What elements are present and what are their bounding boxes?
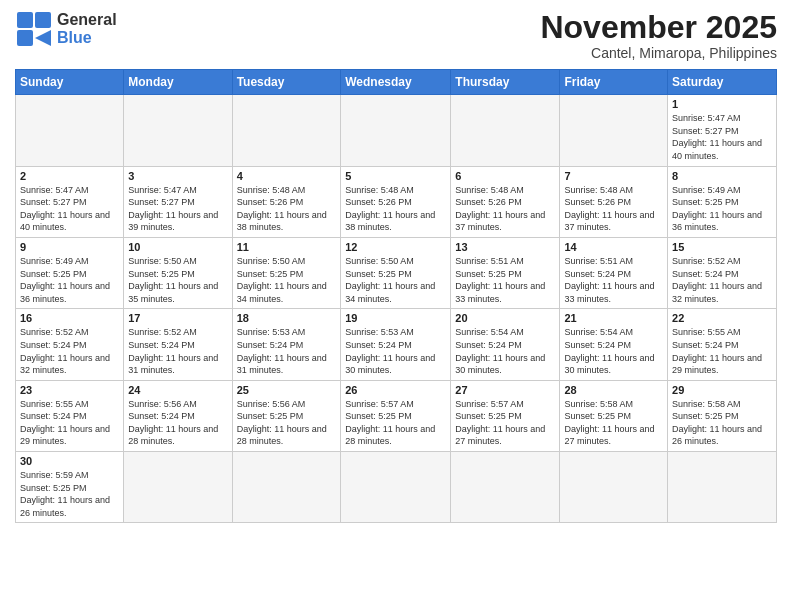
cell-content: Sunrise: 5:50 AMSunset: 5:25 PMDaylight:… <box>128 255 227 305</box>
svg-marker-3 <box>35 30 51 46</box>
cell-content: Sunrise: 5:55 AMSunset: 5:24 PMDaylight:… <box>20 398 119 448</box>
day-number: 19 <box>345 312 446 324</box>
weekday-header-monday: Monday <box>124 70 232 95</box>
weekday-header-saturday: Saturday <box>668 70 777 95</box>
day-number: 1 <box>672 98 772 110</box>
calendar-cell-1: 1Sunrise: 5:47 AMSunset: 5:27 PMDaylight… <box>668 95 777 166</box>
week-row-2: 9Sunrise: 5:49 AMSunset: 5:25 PMDaylight… <box>16 237 777 308</box>
day-number: 5 <box>345 170 446 182</box>
weekday-header-tuesday: Tuesday <box>232 70 341 95</box>
cell-content: Sunrise: 5:48 AMSunset: 5:26 PMDaylight:… <box>345 184 446 234</box>
week-row-0: 1Sunrise: 5:47 AMSunset: 5:27 PMDaylight… <box>16 95 777 166</box>
month-title: November 2025 <box>540 10 777 45</box>
calendar-cell-empty <box>124 452 232 523</box>
day-number: 21 <box>564 312 663 324</box>
cell-content: Sunrise: 5:58 AMSunset: 5:25 PMDaylight:… <box>672 398 772 448</box>
cell-content: Sunrise: 5:48 AMSunset: 5:26 PMDaylight:… <box>237 184 337 234</box>
cell-content: Sunrise: 5:58 AMSunset: 5:25 PMDaylight:… <box>564 398 663 448</box>
calendar-cell-21: 21Sunrise: 5:54 AMSunset: 5:24 PMDayligh… <box>560 309 668 380</box>
day-number: 10 <box>128 241 227 253</box>
calendar-cell-empty <box>232 95 341 166</box>
cell-content: Sunrise: 5:59 AMSunset: 5:25 PMDaylight:… <box>20 469 119 519</box>
day-number: 29 <box>672 384 772 396</box>
day-number: 15 <box>672 241 772 253</box>
cell-content: Sunrise: 5:57 AMSunset: 5:25 PMDaylight:… <box>455 398 555 448</box>
calendar-cell-27: 27Sunrise: 5:57 AMSunset: 5:25 PMDayligh… <box>451 380 560 451</box>
calendar-cell-empty <box>451 452 560 523</box>
location: Cantel, Mimaropa, Philippines <box>540 45 777 61</box>
calendar-cell-10: 10Sunrise: 5:50 AMSunset: 5:25 PMDayligh… <box>124 237 232 308</box>
cell-content: Sunrise: 5:52 AMSunset: 5:24 PMDaylight:… <box>128 326 227 376</box>
weekday-header-row: SundayMondayTuesdayWednesdayThursdayFrid… <box>16 70 777 95</box>
cell-content: Sunrise: 5:55 AMSunset: 5:24 PMDaylight:… <box>672 326 772 376</box>
day-number: 17 <box>128 312 227 324</box>
calendar-cell-25: 25Sunrise: 5:56 AMSunset: 5:25 PMDayligh… <box>232 380 341 451</box>
cell-content: Sunrise: 5:56 AMSunset: 5:25 PMDaylight:… <box>237 398 337 448</box>
calendar-cell-empty <box>668 452 777 523</box>
week-row-1: 2Sunrise: 5:47 AMSunset: 5:27 PMDaylight… <box>16 166 777 237</box>
cell-content: Sunrise: 5:47 AMSunset: 5:27 PMDaylight:… <box>20 184 119 234</box>
day-number: 28 <box>564 384 663 396</box>
calendar-cell-empty <box>451 95 560 166</box>
calendar-cell-11: 11Sunrise: 5:50 AMSunset: 5:25 PMDayligh… <box>232 237 341 308</box>
cell-content: Sunrise: 5:50 AMSunset: 5:25 PMDaylight:… <box>345 255 446 305</box>
calendar-cell-12: 12Sunrise: 5:50 AMSunset: 5:25 PMDayligh… <box>341 237 451 308</box>
day-number: 24 <box>128 384 227 396</box>
calendar-cell-17: 17Sunrise: 5:52 AMSunset: 5:24 PMDayligh… <box>124 309 232 380</box>
day-number: 11 <box>237 241 337 253</box>
page-container: General Blue November 2025 Cantel, Mimar… <box>0 0 792 533</box>
cell-content: Sunrise: 5:53 AMSunset: 5:24 PMDaylight:… <box>345 326 446 376</box>
calendar-cell-empty <box>341 452 451 523</box>
calendar-cell-22: 22Sunrise: 5:55 AMSunset: 5:24 PMDayligh… <box>668 309 777 380</box>
day-number: 26 <box>345 384 446 396</box>
cell-content: Sunrise: 5:56 AMSunset: 5:24 PMDaylight:… <box>128 398 227 448</box>
calendar-cell-6: 6Sunrise: 5:48 AMSunset: 5:26 PMDaylight… <box>451 166 560 237</box>
svg-rect-2 <box>17 30 33 46</box>
cell-content: Sunrise: 5:52 AMSunset: 5:24 PMDaylight:… <box>20 326 119 376</box>
day-number: 25 <box>237 384 337 396</box>
day-number: 16 <box>20 312 119 324</box>
weekday-header-friday: Friday <box>560 70 668 95</box>
day-number: 23 <box>20 384 119 396</box>
day-number: 13 <box>455 241 555 253</box>
week-row-3: 16Sunrise: 5:52 AMSunset: 5:24 PMDayligh… <box>16 309 777 380</box>
cell-content: Sunrise: 5:54 AMSunset: 5:24 PMDaylight:… <box>564 326 663 376</box>
calendar-cell-9: 9Sunrise: 5:49 AMSunset: 5:25 PMDaylight… <box>16 237 124 308</box>
calendar-cell-14: 14Sunrise: 5:51 AMSunset: 5:24 PMDayligh… <box>560 237 668 308</box>
calendar-cell-19: 19Sunrise: 5:53 AMSunset: 5:24 PMDayligh… <box>341 309 451 380</box>
weekday-header-sunday: Sunday <box>16 70 124 95</box>
day-number: 12 <box>345 241 446 253</box>
calendar-cell-26: 26Sunrise: 5:57 AMSunset: 5:25 PMDayligh… <box>341 380 451 451</box>
cell-content: Sunrise: 5:50 AMSunset: 5:25 PMDaylight:… <box>237 255 337 305</box>
day-number: 30 <box>20 455 119 467</box>
cell-content: Sunrise: 5:47 AMSunset: 5:27 PMDaylight:… <box>672 112 772 162</box>
calendar-cell-15: 15Sunrise: 5:52 AMSunset: 5:24 PMDayligh… <box>668 237 777 308</box>
day-number: 8 <box>672 170 772 182</box>
day-number: 6 <box>455 170 555 182</box>
calendar-cell-23: 23Sunrise: 5:55 AMSunset: 5:24 PMDayligh… <box>16 380 124 451</box>
cell-content: Sunrise: 5:54 AMSunset: 5:24 PMDaylight:… <box>455 326 555 376</box>
day-number: 18 <box>237 312 337 324</box>
week-row-4: 23Sunrise: 5:55 AMSunset: 5:24 PMDayligh… <box>16 380 777 451</box>
cell-content: Sunrise: 5:51 AMSunset: 5:24 PMDaylight:… <box>564 255 663 305</box>
day-number: 2 <box>20 170 119 182</box>
logo-general: General <box>57 11 117 29</box>
day-number: 20 <box>455 312 555 324</box>
calendar-cell-empty <box>560 452 668 523</box>
title-section: November 2025 Cantel, Mimaropa, Philippi… <box>540 10 777 61</box>
header: General Blue November 2025 Cantel, Mimar… <box>15 10 777 61</box>
calendar-cell-empty <box>124 95 232 166</box>
calendar: SundayMondayTuesdayWednesdayThursdayFrid… <box>15 69 777 523</box>
calendar-cell-empty <box>560 95 668 166</box>
cell-content: Sunrise: 5:48 AMSunset: 5:26 PMDaylight:… <box>564 184 663 234</box>
calendar-cell-16: 16Sunrise: 5:52 AMSunset: 5:24 PMDayligh… <box>16 309 124 380</box>
logo: General Blue <box>15 10 117 48</box>
calendar-cell-empty <box>232 452 341 523</box>
weekday-header-wednesday: Wednesday <box>341 70 451 95</box>
svg-rect-1 <box>35 12 51 28</box>
cell-content: Sunrise: 5:53 AMSunset: 5:24 PMDaylight:… <box>237 326 337 376</box>
calendar-cell-5: 5Sunrise: 5:48 AMSunset: 5:26 PMDaylight… <box>341 166 451 237</box>
cell-content: Sunrise: 5:47 AMSunset: 5:27 PMDaylight:… <box>128 184 227 234</box>
calendar-cell-29: 29Sunrise: 5:58 AMSunset: 5:25 PMDayligh… <box>668 380 777 451</box>
calendar-cell-empty <box>341 95 451 166</box>
